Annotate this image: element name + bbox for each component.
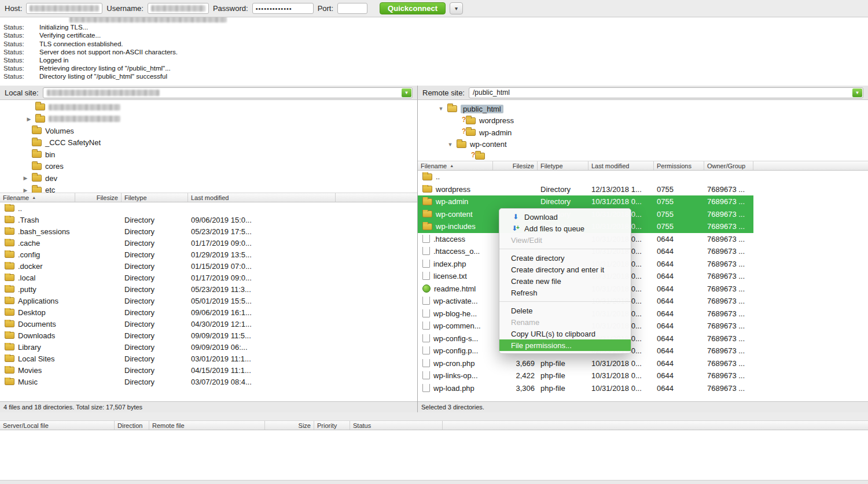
column-header-size[interactable]: Size	[265, 421, 314, 430]
remote-file-row[interactable]: ..	[418, 171, 753, 183]
context-menu-item[interactable]: Create new file	[499, 275, 631, 287]
filename-cell: Music	[0, 378, 75, 386]
filename-cell: wp-includes	[418, 222, 493, 231]
permissions-cell: 0644	[654, 384, 704, 393]
local-file-row[interactable]: Documents Directory 04/30/2019 12:1...	[0, 318, 417, 330]
password-input[interactable]: •••••••••••••	[252, 3, 314, 14]
column-header-filetype[interactable]: Filetype	[538, 161, 589, 170]
local-file-row[interactable]: Music Directory 03/07/2019 08:4...	[0, 376, 417, 387]
tree-item-label: public_html	[461, 105, 503, 113]
remote-site-combobox[interactable]: /public_html	[469, 87, 863, 98]
filesize-cell: 2,422	[493, 371, 538, 380]
modified-cell: 05/23/2019 11:3...	[188, 285, 336, 294]
column-header-remote-file[interactable]: Remote file	[149, 421, 265, 430]
filename-cell: .htaccess	[418, 235, 493, 243]
local-file-row[interactable]: .putty Directory 05/23/2019 11:3...	[0, 283, 417, 295]
column-header-filename[interactable]: Filename	[418, 161, 493, 170]
column-header-permissions[interactable]: Permissions	[654, 161, 704, 170]
column-header-server-local-file[interactable]: Server/Local file	[0, 421, 115, 430]
folder-icon	[447, 105, 457, 112]
local-file-row[interactable]: Applications Directory 05/01/2019 15:5..…	[0, 295, 417, 306]
context-menu-item[interactable]: Download	[499, 211, 631, 223]
local-file-row[interactable]: Movies Directory 04/15/2019 11:1...	[0, 364, 417, 376]
context-menu-item[interactable]: Copy URL(s) to clipboard	[499, 328, 631, 339]
local-tree-item[interactable]: _CCC SafetyNet	[0, 137, 417, 149]
combo-dropdown-icon[interactable]	[852, 88, 862, 97]
local-tree-item[interactable]: Volumes	[0, 125, 417, 137]
column-header-filetype[interactable]: Filetype	[122, 193, 188, 202]
local-file-row[interactable]: .bash_sessions Directory 05/23/2019 17:5…	[0, 226, 417, 237]
remote-file-row[interactable]: wp-admin Directory 10/31/2018 0... 0755 …	[418, 195, 753, 208]
tree-item-label: cores	[45, 162, 64, 171]
context-menu-item[interactable]: File permissions...	[499, 339, 631, 351]
port-input[interactable]	[337, 3, 367, 14]
remote-tree-item[interactable]: wordpress	[418, 115, 868, 127]
remote-tree-item[interactable]: public_html	[418, 103, 868, 115]
log-message: Server does not support non-ASCII charac…	[39, 49, 178, 56]
local-file-row[interactable]: .local Directory 01/17/2019 09:0...	[0, 272, 417, 283]
local-file-row[interactable]: .docker Directory 01/15/2019 07:0...	[0, 260, 417, 272]
context-menu-item[interactable]: View/Edit	[499, 234, 631, 246]
local-site-combobox[interactable]	[43, 87, 413, 98]
column-header-status[interactable]: Status	[350, 421, 443, 430]
column-header-owner[interactable]: Owner/Group	[704, 161, 753, 170]
local-tree-item[interactable]: bin	[0, 149, 417, 161]
local-site-label: Local site:	[5, 88, 39, 97]
file-icon	[5, 216, 14, 223]
local-tree-item[interactable]	[0, 113, 417, 125]
context-menu-item[interactable]: Add files to queue	[499, 223, 631, 234]
local-file-row[interactable]: .cache Directory 01/17/2019 09:0...	[0, 237, 417, 249]
host-input[interactable]	[26, 3, 102, 14]
column-header-filesize[interactable]: Filesize	[493, 161, 538, 170]
column-header-priority[interactable]: Priority	[314, 421, 350, 430]
local-tree-item[interactable]	[0, 101, 417, 113]
local-file-row[interactable]: Downloads Directory 09/09/2019 11:5...	[0, 330, 417, 341]
filename-cell: wp-activate...	[418, 297, 493, 305]
filename-text: .bash_sessions	[18, 227, 70, 236]
column-header-filename[interactable]: Filename	[0, 193, 75, 202]
remote-tree-item[interactable]	[418, 150, 868, 161]
file-icon	[5, 343, 14, 350]
local-tree-item[interactable]: etc	[0, 184, 417, 193]
context-menu-item[interactable]: Delete	[499, 305, 631, 316]
column-header-filesize[interactable]: Filesize	[75, 193, 122, 202]
context-menu-item[interactable]: Rename	[499, 316, 631, 328]
disclosure-triangle-icon[interactable]	[24, 116, 34, 122]
column-header-modified[interactable]: Last modified	[589, 161, 654, 170]
quickconnect-dropdown-button[interactable]: ▾	[450, 2, 463, 14]
context-menu-item[interactable]: Refresh	[499, 287, 631, 298]
context-menu-item[interactable]: Create directory and enter it	[499, 264, 631, 275]
context-menu-item[interactable]: Create directory	[499, 252, 631, 264]
permissions-cell: 0644	[654, 285, 704, 293]
remote-file-row[interactable]: wp-load.php 3,306 php-file 10/31/2018 0.…	[418, 382, 753, 395]
local-file-row[interactable]: Local Sites Directory 03/01/2019 11:1...	[0, 353, 417, 364]
local-file-row[interactable]: .Trash Directory 09/06/2019 15:0...	[0, 214, 417, 226]
local-file-row[interactable]: Library Directory 09/09/2019 06:...	[0, 341, 417, 353]
disclosure-triangle-icon[interactable]	[21, 175, 30, 181]
disclosure-triangle-icon[interactable]	[436, 106, 446, 112]
log-status-label: Status:	[3, 73, 39, 80]
local-tree-item[interactable]: dev	[0, 172, 417, 184]
remote-file-row[interactable]: wordpress Directory 12/13/2018 1... 0755…	[418, 183, 753, 196]
log-message: Verifying certificate...	[39, 32, 101, 39]
remote-file-row[interactable]: wp-links-op... 2,422 php-file 10/31/2018…	[418, 370, 753, 382]
combo-dropdown-icon[interactable]	[402, 88, 411, 97]
folder-icon	[457, 141, 466, 148]
disclosure-triangle-icon[interactable]	[21, 187, 30, 193]
remote-file-row[interactable]: wp-cron.php 3,669 php-file 10/31/2018 0.…	[418, 357, 753, 370]
column-header-direction[interactable]: Direction	[115, 421, 149, 430]
username-input[interactable]	[148, 3, 209, 14]
local-file-row[interactable]: Desktop Directory 09/06/2019 16:1...	[0, 306, 417, 318]
remote-tree-item[interactable]: wp-admin	[418, 127, 868, 139]
local-file-row[interactable]: ..	[0, 202, 417, 214]
context-menu-item[interactable]	[499, 301, 631, 302]
local-tree-item[interactable]: cores	[0, 161, 417, 173]
local-file-row[interactable]: .config Directory 01/29/2019 13:5...	[0, 249, 417, 260]
permissions-cell: 0644	[654, 247, 704, 256]
context-menu-item[interactable]	[499, 249, 631, 249]
remote-tree-item[interactable]: wp-content	[418, 139, 868, 151]
quickconnect-button[interactable]: Quickconnect	[380, 2, 446, 14]
disclosure-triangle-icon[interactable]	[446, 142, 455, 147]
tree-item-label: wp-content	[470, 140, 507, 149]
column-header-modified[interactable]: Last modified	[188, 193, 336, 202]
